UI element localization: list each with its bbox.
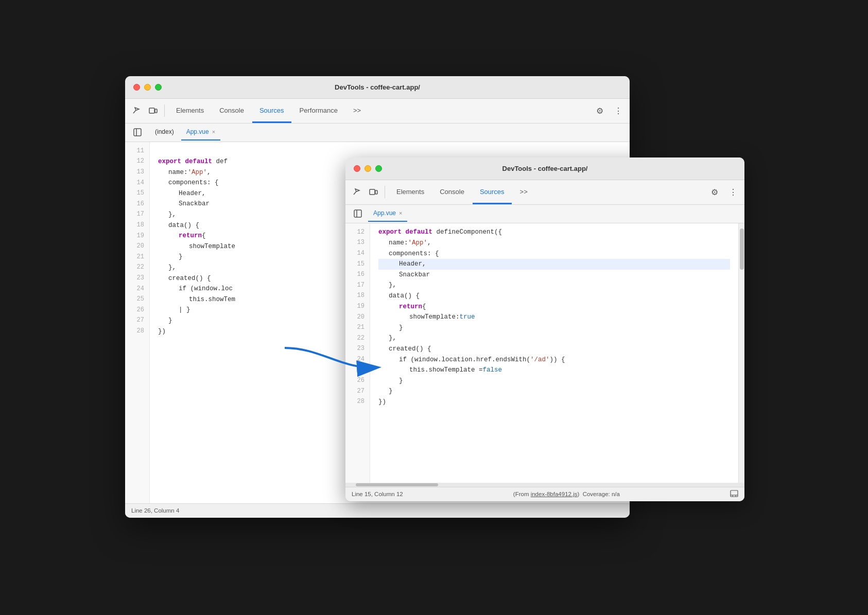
- fcode-line-19: return {: [378, 302, 730, 312]
- file-tabs-bar-front: App.vue ×: [345, 205, 744, 223]
- tab-sources-front[interactable]: Sources: [473, 180, 512, 204]
- svg-rect-6: [354, 210, 361, 217]
- maximize-button-back[interactable]: [155, 84, 162, 91]
- device-icon[interactable]: [146, 103, 160, 118]
- close-tab-icon-back[interactable]: ×: [212, 129, 215, 135]
- file-tab-app-back[interactable]: App.vue ×: [181, 124, 220, 140]
- svg-rect-0: [149, 108, 154, 113]
- sep-front: [385, 186, 385, 198]
- ln-18: 18: [125, 220, 149, 231]
- fln-14: 14: [345, 249, 370, 259]
- fln-12: 12: [345, 227, 370, 238]
- fcode-line-17: },: [378, 280, 730, 291]
- fcode-line-25: this.showTemplate = false: [378, 365, 730, 376]
- fln-24: 24: [345, 355, 370, 365]
- fln-22: 22: [345, 333, 370, 344]
- fln-21: 21: [345, 323, 370, 333]
- tab-elements-front[interactable]: Elements: [389, 180, 431, 204]
- tab-console-front[interactable]: Console: [432, 180, 472, 204]
- fcode-line-13: name: 'App',: [378, 238, 730, 249]
- minimize-button-front[interactable]: [364, 165, 371, 172]
- close-button-front[interactable]: [354, 165, 360, 172]
- ln-14: 14: [125, 178, 149, 188]
- code-area-front: 12 13 14 15 16 17 18 19 20 21 22 23 24 2…: [345, 223, 744, 487]
- status-from: (From index-8bfa4912.js) Coverage: n/a: [513, 491, 620, 497]
- tab-more-back[interactable]: >>: [346, 99, 368, 123]
- traffic-lights-back: [133, 84, 162, 91]
- ln-23: 23: [125, 273, 149, 284]
- ln-13: 13: [125, 167, 149, 178]
- settings-icon-front[interactable]: ⚙: [707, 185, 722, 199]
- inspect-icon-front[interactable]: [350, 185, 364, 199]
- tab-more-front[interactable]: >>: [513, 180, 535, 204]
- status-bar-back: Line 26, Column 4: [125, 503, 630, 518]
- fcode-line-16: Snackbar: [378, 270, 730, 280]
- file-tabs-bar-back: (index) App.vue ×: [125, 124, 630, 142]
- scrollbar-thumb-front[interactable]: [740, 229, 744, 270]
- fln-13: 13: [345, 238, 370, 249]
- coverage-icon: [730, 489, 738, 499]
- svg-rect-8: [731, 490, 738, 497]
- more-icon-back[interactable]: ⋮: [611, 103, 626, 118]
- svg-rect-2: [134, 129, 141, 136]
- from-link[interactable]: index-8bfa4912.js: [531, 491, 578, 497]
- svg-rect-5: [375, 190, 377, 194]
- h-scrollbar-thumb-front[interactable]: [356, 483, 438, 486]
- status-position-front: Line 15, Column 12: [352, 491, 403, 497]
- inspect-icon[interactable]: [129, 103, 144, 118]
- status-position-back: Line 26, Column 4: [131, 507, 179, 514]
- ln-15: 15: [125, 188, 149, 199]
- tab-performance-back[interactable]: Performance: [292, 99, 345, 123]
- scrollbar-front[interactable]: [738, 223, 744, 483]
- window-title-front: DevTools - coffee-cart.app/: [502, 165, 588, 172]
- toolbar-actions-back: ⚙ ⋮: [593, 103, 626, 118]
- device-icon-front[interactable]: [366, 185, 380, 199]
- fln-26: 26: [345, 376, 370, 386]
- ln-21: 21: [125, 252, 149, 262]
- tab-elements-back[interactable]: Elements: [169, 99, 211, 123]
- fcode-line-23: created() {: [378, 344, 730, 355]
- titlebar-front: DevTools - coffee-cart.app/: [345, 157, 744, 180]
- tab-nav-front: Elements Console Sources >>: [389, 180, 705, 204]
- sidebar-toggle-back[interactable]: [129, 124, 146, 140]
- close-tab-icon-front[interactable]: ×: [399, 210, 402, 216]
- fcode-line-20: showTemplate: true: [378, 312, 730, 323]
- sidebar-toggle-front[interactable]: [350, 205, 366, 222]
- file-tab-index-back[interactable]: (index): [148, 124, 181, 142]
- ln-20: 20: [125, 241, 149, 252]
- ln-17: 17: [125, 209, 149, 220]
- titlebar-back: DevTools - coffee-cart.app/: [125, 76, 630, 99]
- minimize-button-back[interactable]: [144, 84, 151, 91]
- ln-22: 22: [125, 262, 149, 273]
- fcode-line-15: Header,: [378, 259, 730, 270]
- settings-icon-back[interactable]: ⚙: [593, 103, 607, 118]
- fln-27: 27: [345, 386, 370, 397]
- close-button-back[interactable]: [133, 84, 140, 91]
- h-scrollbar-front[interactable]: [345, 483, 744, 487]
- ln-28: 28: [125, 326, 149, 337]
- more-icon-front[interactable]: ⋮: [726, 185, 740, 199]
- toolbar-separator: [164, 104, 165, 117]
- maximize-button-front[interactable]: [375, 165, 382, 172]
- status-bar-front: Line 15, Column 12 (From index-8bfa4912.…: [345, 487, 744, 501]
- file-tab-app-front[interactable]: App.vue ×: [368, 205, 407, 222]
- fln-15: 15: [345, 259, 370, 270]
- fcode-line-14: components: {: [378, 249, 730, 259]
- window-title-back: DevTools - coffee-cart.app/: [335, 83, 420, 91]
- code-line-11: [158, 146, 621, 157]
- toolbar-back: Elements Console Sources Performance >> …: [125, 99, 630, 124]
- toolbar-front: Elements Console Sources >> ⚙ ⋮: [345, 180, 744, 205]
- fcode-line-24: if (window.location.href.endsWith('/ad')…: [378, 355, 730, 365]
- fln-23: 23: [345, 344, 370, 355]
- tab-sources-back[interactable]: Sources: [252, 99, 291, 123]
- ln-25: 25: [125, 294, 149, 305]
- fcode-line-28: }): [378, 397, 730, 408]
- fln-20: 20: [345, 312, 370, 323]
- tab-console-back[interactable]: Console: [212, 99, 251, 123]
- ln-19: 19: [125, 231, 149, 241]
- fln-17: 17: [345, 280, 370, 291]
- ln-24: 24: [125, 284, 149, 294]
- fcode-line-27: }: [378, 386, 730, 397]
- svg-rect-1: [155, 109, 157, 113]
- fln-18: 18: [345, 291, 370, 302]
